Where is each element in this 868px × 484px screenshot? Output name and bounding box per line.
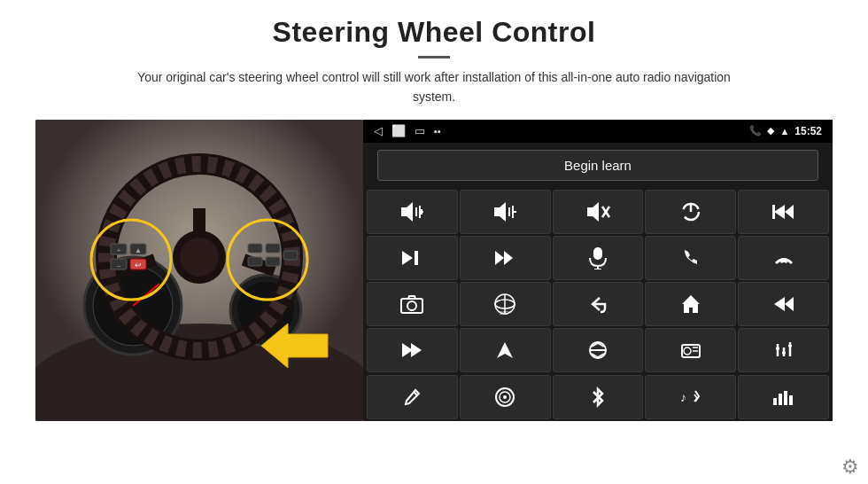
wifi-icon: ▲ bbox=[779, 126, 789, 137]
svg-rect-27 bbox=[266, 257, 280, 266]
page-title: Steering Wheel Control bbox=[273, 16, 596, 49]
svg-point-57 bbox=[407, 301, 416, 310]
switch-button[interactable] bbox=[553, 328, 644, 372]
subtitle-text: Your original car's steering wheel contr… bbox=[124, 67, 744, 107]
camera-button[interactable] bbox=[367, 282, 458, 326]
view-360-button[interactable]: 360° bbox=[460, 282, 551, 326]
svg-text:↩: ↩ bbox=[135, 261, 142, 269]
power-button[interactable] bbox=[645, 190, 736, 234]
fast-forward-button[interactable] bbox=[460, 236, 551, 280]
svg-marker-44 bbox=[774, 205, 785, 219]
navigate-button[interactable] bbox=[460, 328, 551, 372]
status-bar-right: 📞 ◆ ▲ 15:52 bbox=[749, 125, 822, 137]
home-button[interactable] bbox=[645, 282, 736, 326]
svg-text:▲: ▲ bbox=[135, 246, 142, 254]
svg-point-71 bbox=[684, 347, 691, 355]
phone-status-icon: 📞 bbox=[749, 125, 762, 137]
pen-button[interactable] bbox=[367, 375, 458, 419]
svg-text:+: + bbox=[117, 246, 121, 254]
content-row: + – ▲ ↩ bbox=[35, 120, 833, 421]
car-image: + – ▲ ↩ bbox=[35, 120, 363, 421]
svg-marker-51 bbox=[504, 251, 513, 265]
status-bar-left: ◁ ⬜ ▭ ▪▪ bbox=[374, 124, 441, 137]
svg-text:♪: ♪ bbox=[680, 390, 686, 404]
mic-button[interactable] bbox=[553, 236, 644, 280]
status-bar: ◁ ⬜ ▭ ▪▪ 📞 ◆ ▲ 15:52 bbox=[363, 120, 833, 143]
svg-marker-30 bbox=[401, 202, 413, 222]
controls-grid: 360° bbox=[363, 188, 833, 421]
svg-rect-26 bbox=[266, 244, 280, 253]
svg-rect-87 bbox=[784, 391, 787, 405]
begin-learn-button[interactable]: Begin learn bbox=[377, 150, 818, 181]
svg-marker-47 bbox=[402, 251, 413, 265]
prev-track-button[interactable] bbox=[738, 190, 829, 234]
record-button[interactable] bbox=[460, 375, 551, 419]
hang-up-button[interactable] bbox=[738, 236, 829, 280]
steering-wheel-svg: + – ▲ ↩ bbox=[35, 120, 363, 421]
home-nav-icon[interactable]: ⬜ bbox=[391, 124, 406, 137]
svg-rect-53 bbox=[593, 247, 602, 260]
settings-icon[interactable]: ⚙ bbox=[841, 456, 859, 478]
skip-forward-button[interactable] bbox=[367, 328, 458, 372]
recents-nav-icon[interactable]: ▭ bbox=[415, 124, 425, 137]
svg-marker-62 bbox=[682, 295, 700, 313]
music-bt-button[interactable]: ♪ bbox=[645, 375, 736, 419]
bluetooth-button[interactable] bbox=[553, 375, 644, 419]
rewind-button[interactable] bbox=[738, 282, 829, 326]
next-button[interactable] bbox=[367, 236, 458, 280]
svg-marker-66 bbox=[411, 343, 422, 357]
spectrum-button[interactable] bbox=[738, 375, 829, 419]
svg-text:360°: 360° bbox=[500, 310, 511, 316]
svg-rect-86 bbox=[779, 394, 782, 405]
svg-marker-39 bbox=[587, 202, 599, 222]
svg-rect-88 bbox=[789, 395, 793, 405]
svg-marker-50 bbox=[495, 251, 504, 265]
svg-marker-64 bbox=[785, 297, 794, 311]
title-divider bbox=[418, 56, 450, 59]
vol-down-button[interactable] bbox=[460, 190, 551, 234]
equalizer-button[interactable] bbox=[738, 328, 829, 372]
svg-rect-85 bbox=[773, 398, 777, 405]
android-panel: ◁ ⬜ ▭ ▪▪ 📞 ◆ ▲ 15:52 Begin learn bbox=[363, 120, 833, 421]
back-button[interactable] bbox=[553, 282, 644, 326]
svg-marker-63 bbox=[774, 297, 785, 311]
svg-marker-45 bbox=[785, 205, 794, 219]
radio-button[interactable] bbox=[645, 328, 736, 372]
svg-rect-25 bbox=[248, 257, 262, 266]
svg-rect-46 bbox=[772, 205, 775, 219]
steering-bg: + – ▲ ↩ bbox=[35, 120, 363, 421]
vol-up-button[interactable] bbox=[367, 190, 458, 234]
svg-marker-35 bbox=[494, 202, 506, 222]
svg-marker-67 bbox=[497, 342, 513, 358]
svg-rect-24 bbox=[248, 244, 262, 253]
signal-icon: ▪▪ bbox=[434, 126, 441, 137]
svg-rect-48 bbox=[415, 251, 418, 265]
time-display: 15:52 bbox=[794, 125, 822, 137]
begin-learn-bar: Begin learn bbox=[363, 143, 833, 188]
svg-rect-28 bbox=[283, 251, 298, 260]
phone-button[interactable] bbox=[645, 236, 736, 280]
mute-button[interactable] bbox=[553, 190, 644, 234]
svg-point-13 bbox=[180, 238, 219, 277]
settings-icon-wrap: ⚙ bbox=[841, 456, 859, 479]
back-nav-icon[interactable]: ◁ bbox=[374, 124, 383, 137]
svg-text:–: – bbox=[117, 262, 121, 269]
page: Steering Wheel Control Your original car… bbox=[0, 0, 868, 484]
svg-point-83 bbox=[503, 395, 507, 399]
location-icon: ◆ bbox=[767, 125, 774, 137]
